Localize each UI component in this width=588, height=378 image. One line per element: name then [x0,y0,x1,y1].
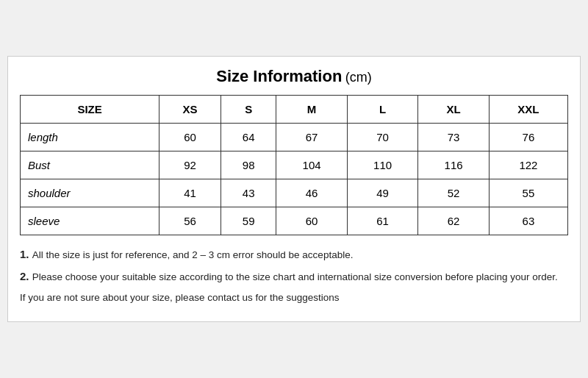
column-header-l: L [347,95,418,123]
cell-shoulder-XL: 52 [418,179,490,207]
note-item-1: 1. All the size is just for reference, a… [20,246,568,263]
note-text: Please choose your suitable size accordi… [32,271,558,282]
cell-sleeve-XXL: 63 [489,207,567,235]
row-label: shoulder [21,179,159,207]
size-table: SIZEXSSMLXLXXL length606467707376Bust929… [20,95,568,235]
table-row: shoulder414346495255 [21,179,568,207]
note-item-2: 2. Please choose your suitable size acco… [20,268,568,285]
title-main: Size Information [216,67,342,85]
table-body: length606467707376Bust9298104110116122sh… [21,123,568,235]
cell-shoulder-L: 49 [347,179,418,207]
row-label: sleeve [21,207,159,235]
column-header-s: S [220,95,276,123]
table-row: Bust9298104110116122 [21,151,568,179]
cell-length-M: 67 [276,123,348,151]
cell-length-S: 64 [220,123,276,151]
cell-bust-L: 110 [347,151,418,179]
column-header-xs: XS [159,95,221,123]
table-row: length606467707376 [21,123,568,151]
cell-sleeve-XL: 62 [418,207,490,235]
size-info-card: Size Information (cm) SIZEXSSMLXLXXL len… [7,56,581,323]
cell-sleeve-L: 61 [347,207,418,235]
cell-bust-XXL: 122 [489,151,567,179]
title-unit: (cm) [345,70,372,85]
note-text: All the size is just for reference, and … [32,249,354,260]
column-header-m: M [276,95,348,123]
row-label: Bust [21,151,159,179]
cell-shoulder-XS: 41 [159,179,221,207]
cell-sleeve-S: 59 [220,207,276,235]
note-number: 2. [20,270,32,282]
cell-shoulder-XXL: 55 [489,179,567,207]
cell-length-XS: 60 [159,123,221,151]
cell-bust-M: 104 [276,151,348,179]
note-number: 1. [20,248,32,260]
column-header-size: SIZE [21,95,159,123]
table-header-row: SIZEXSSMLXLXXL [21,95,568,123]
cell-bust-XS: 92 [159,151,221,179]
column-header-xxl: XXL [489,95,567,123]
table-title: Size Information (cm) [20,67,568,86]
cell-bust-S: 98 [220,151,276,179]
cell-length-XXL: 76 [489,123,567,151]
cell-sleeve-M: 60 [276,207,348,235]
note-text: If you are not sure about your size, ple… [20,292,340,303]
cell-sleeve-XS: 56 [159,207,221,235]
note-item-3: If you are not sure about your size, ple… [20,290,568,306]
table-row: sleeve565960616263 [21,207,568,235]
cell-shoulder-S: 43 [220,179,276,207]
cell-bust-XL: 116 [418,151,490,179]
row-label: length [21,123,159,151]
notes-section: 1. All the size is just for reference, a… [20,246,568,306]
column-header-xl: XL [418,95,490,123]
cell-length-L: 70 [347,123,418,151]
cell-length-XL: 73 [418,123,490,151]
cell-shoulder-M: 46 [276,179,348,207]
